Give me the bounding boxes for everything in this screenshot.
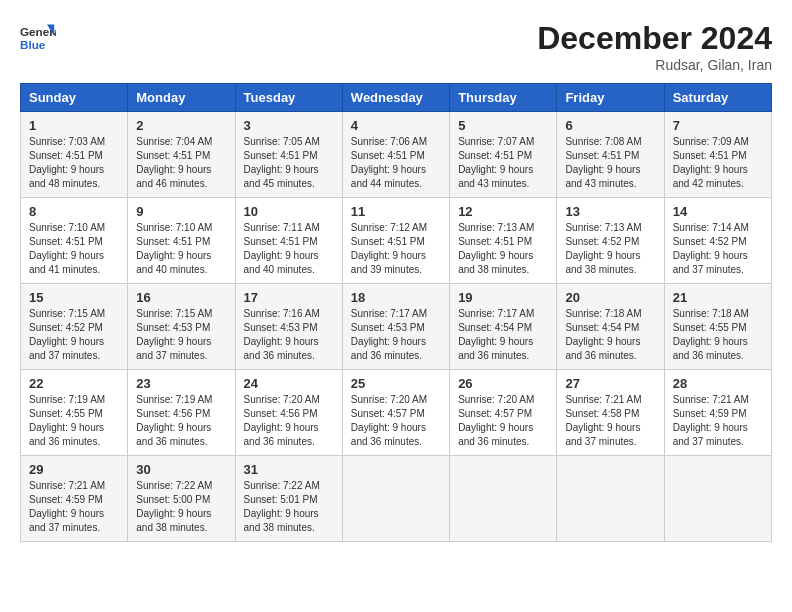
day-cell: 28Sunrise: 7:21 AMSunset: 4:59 PMDayligh… — [664, 370, 771, 456]
day-info: Sunrise: 7:13 AMSunset: 4:51 PMDaylight:… — [458, 221, 548, 277]
day-cell: 4Sunrise: 7:06 AMSunset: 4:51 PMDaylight… — [342, 112, 449, 198]
day-info: Sunrise: 7:16 AMSunset: 4:53 PMDaylight:… — [244, 307, 334, 363]
day-info: Sunrise: 7:18 AMSunset: 4:55 PMDaylight:… — [673, 307, 763, 363]
day-number: 27 — [565, 376, 655, 391]
day-info: Sunrise: 7:21 AMSunset: 4:58 PMDaylight:… — [565, 393, 655, 449]
day-info: Sunrise: 7:09 AMSunset: 4:51 PMDaylight:… — [673, 135, 763, 191]
day-cell: 11Sunrise: 7:12 AMSunset: 4:51 PMDayligh… — [342, 198, 449, 284]
logo: General Blue — [20, 20, 56, 56]
day-number: 10 — [244, 204, 334, 219]
day-info: Sunrise: 7:20 AMSunset: 4:57 PMDaylight:… — [351, 393, 441, 449]
day-info: Sunrise: 7:07 AMSunset: 4:51 PMDaylight:… — [458, 135, 548, 191]
day-cell: 19Sunrise: 7:17 AMSunset: 4:54 PMDayligh… — [450, 284, 557, 370]
col-header-tuesday: Tuesday — [235, 84, 342, 112]
col-header-friday: Friday — [557, 84, 664, 112]
col-header-wednesday: Wednesday — [342, 84, 449, 112]
day-cell: 3Sunrise: 7:05 AMSunset: 4:51 PMDaylight… — [235, 112, 342, 198]
day-info: Sunrise: 7:08 AMSunset: 4:51 PMDaylight:… — [565, 135, 655, 191]
day-number: 15 — [29, 290, 119, 305]
day-info: Sunrise: 7:20 AMSunset: 4:56 PMDaylight:… — [244, 393, 334, 449]
day-number: 5 — [458, 118, 548, 133]
day-info: Sunrise: 7:15 AMSunset: 4:52 PMDaylight:… — [29, 307, 119, 363]
day-number: 12 — [458, 204, 548, 219]
day-info: Sunrise: 7:05 AMSunset: 4:51 PMDaylight:… — [244, 135, 334, 191]
day-number: 8 — [29, 204, 119, 219]
day-number: 19 — [458, 290, 548, 305]
week-row-4: 22Sunrise: 7:19 AMSunset: 4:55 PMDayligh… — [21, 370, 772, 456]
day-cell: 27Sunrise: 7:21 AMSunset: 4:58 PMDayligh… — [557, 370, 664, 456]
week-row-2: 8Sunrise: 7:10 AMSunset: 4:51 PMDaylight… — [21, 198, 772, 284]
day-cell: 10Sunrise: 7:11 AMSunset: 4:51 PMDayligh… — [235, 198, 342, 284]
week-row-5: 29Sunrise: 7:21 AMSunset: 4:59 PMDayligh… — [21, 456, 772, 542]
day-info: Sunrise: 7:06 AMSunset: 4:51 PMDaylight:… — [351, 135, 441, 191]
day-number: 11 — [351, 204, 441, 219]
day-number: 24 — [244, 376, 334, 391]
day-cell: 5Sunrise: 7:07 AMSunset: 4:51 PMDaylight… — [450, 112, 557, 198]
col-header-saturday: Saturday — [664, 84, 771, 112]
day-cell: 25Sunrise: 7:20 AMSunset: 4:57 PMDayligh… — [342, 370, 449, 456]
day-cell: 20Sunrise: 7:18 AMSunset: 4:54 PMDayligh… — [557, 284, 664, 370]
col-header-monday: Monday — [128, 84, 235, 112]
day-cell: 16Sunrise: 7:15 AMSunset: 4:53 PMDayligh… — [128, 284, 235, 370]
day-number: 6 — [565, 118, 655, 133]
day-info: Sunrise: 7:20 AMSunset: 4:57 PMDaylight:… — [458, 393, 548, 449]
day-cell: 14Sunrise: 7:14 AMSunset: 4:52 PMDayligh… — [664, 198, 771, 284]
day-info: Sunrise: 7:17 AMSunset: 4:53 PMDaylight:… — [351, 307, 441, 363]
day-info: Sunrise: 7:21 AMSunset: 4:59 PMDaylight:… — [29, 479, 119, 535]
day-info: Sunrise: 7:18 AMSunset: 4:54 PMDaylight:… — [565, 307, 655, 363]
day-cell — [557, 456, 664, 542]
day-cell: 18Sunrise: 7:17 AMSunset: 4:53 PMDayligh… — [342, 284, 449, 370]
day-cell: 21Sunrise: 7:18 AMSunset: 4:55 PMDayligh… — [664, 284, 771, 370]
day-info: Sunrise: 7:15 AMSunset: 4:53 PMDaylight:… — [136, 307, 226, 363]
day-info: Sunrise: 7:03 AMSunset: 4:51 PMDaylight:… — [29, 135, 119, 191]
day-info: Sunrise: 7:13 AMSunset: 4:52 PMDaylight:… — [565, 221, 655, 277]
day-cell — [342, 456, 449, 542]
day-info: Sunrise: 7:10 AMSunset: 4:51 PMDaylight:… — [136, 221, 226, 277]
header: General Blue December 2024 Rudsar, Gilan… — [20, 20, 772, 73]
day-info: Sunrise: 7:14 AMSunset: 4:52 PMDaylight:… — [673, 221, 763, 277]
day-cell: 9Sunrise: 7:10 AMSunset: 4:51 PMDaylight… — [128, 198, 235, 284]
day-number: 7 — [673, 118, 763, 133]
day-cell: 24Sunrise: 7:20 AMSunset: 4:56 PMDayligh… — [235, 370, 342, 456]
day-cell: 30Sunrise: 7:22 AMSunset: 5:00 PMDayligh… — [128, 456, 235, 542]
day-number: 17 — [244, 290, 334, 305]
day-number: 14 — [673, 204, 763, 219]
day-cell: 17Sunrise: 7:16 AMSunset: 4:53 PMDayligh… — [235, 284, 342, 370]
month-title: December 2024 — [537, 20, 772, 57]
day-info: Sunrise: 7:22 AMSunset: 5:00 PMDaylight:… — [136, 479, 226, 535]
day-cell: 29Sunrise: 7:21 AMSunset: 4:59 PMDayligh… — [21, 456, 128, 542]
day-number: 1 — [29, 118, 119, 133]
svg-text:Blue: Blue — [20, 38, 46, 51]
week-row-3: 15Sunrise: 7:15 AMSunset: 4:52 PMDayligh… — [21, 284, 772, 370]
day-info: Sunrise: 7:10 AMSunset: 4:51 PMDaylight:… — [29, 221, 119, 277]
day-number: 25 — [351, 376, 441, 391]
day-info: Sunrise: 7:04 AMSunset: 4:51 PMDaylight:… — [136, 135, 226, 191]
day-cell: 8Sunrise: 7:10 AMSunset: 4:51 PMDaylight… — [21, 198, 128, 284]
day-number: 29 — [29, 462, 119, 477]
location-subtitle: Rudsar, Gilan, Iran — [537, 57, 772, 73]
header-row: SundayMondayTuesdayWednesdayThursdayFrid… — [21, 84, 772, 112]
day-cell: 31Sunrise: 7:22 AMSunset: 5:01 PMDayligh… — [235, 456, 342, 542]
day-info: Sunrise: 7:12 AMSunset: 4:51 PMDaylight:… — [351, 221, 441, 277]
day-number: 2 — [136, 118, 226, 133]
day-info: Sunrise: 7:17 AMSunset: 4:54 PMDaylight:… — [458, 307, 548, 363]
day-info: Sunrise: 7:19 AMSunset: 4:56 PMDaylight:… — [136, 393, 226, 449]
day-number: 31 — [244, 462, 334, 477]
day-info: Sunrise: 7:19 AMSunset: 4:55 PMDaylight:… — [29, 393, 119, 449]
day-cell: 1Sunrise: 7:03 AMSunset: 4:51 PMDaylight… — [21, 112, 128, 198]
day-number: 9 — [136, 204, 226, 219]
day-cell: 15Sunrise: 7:15 AMSunset: 4:52 PMDayligh… — [21, 284, 128, 370]
day-number: 21 — [673, 290, 763, 305]
day-info: Sunrise: 7:11 AMSunset: 4:51 PMDaylight:… — [244, 221, 334, 277]
day-number: 13 — [565, 204, 655, 219]
day-number: 3 — [244, 118, 334, 133]
day-number: 18 — [351, 290, 441, 305]
week-row-1: 1Sunrise: 7:03 AMSunset: 4:51 PMDaylight… — [21, 112, 772, 198]
day-number: 23 — [136, 376, 226, 391]
logo-svg: General Blue — [20, 20, 56, 56]
day-number: 28 — [673, 376, 763, 391]
col-header-thursday: Thursday — [450, 84, 557, 112]
day-number: 4 — [351, 118, 441, 133]
day-info: Sunrise: 7:21 AMSunset: 4:59 PMDaylight:… — [673, 393, 763, 449]
col-header-sunday: Sunday — [21, 84, 128, 112]
